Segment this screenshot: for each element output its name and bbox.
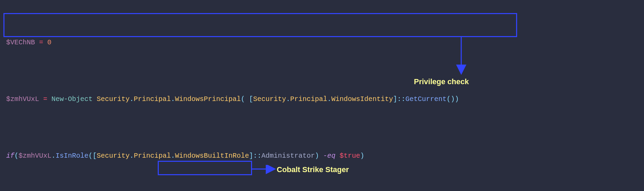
assign-op: = — [39, 95, 51, 103]
annotation-cobalt-strike: Cobalt Strike Stager — [277, 164, 349, 176]
annotation-privilege-check: Privilege check — [414, 76, 469, 88]
keyword-if: if — [6, 152, 14, 160]
code-line: $VEChNB = 0 — [6, 37, 644, 48]
number-literal: 0 — [47, 38, 51, 46]
cmdlet: New-Object — [51, 95, 93, 103]
operator-eq: -eq — [323, 152, 335, 160]
code-block: $VEChNB = 0 $zmhVUxL = New-Object Securi… — [6, 3, 644, 191]
code-screenshot: $VEChNB = 0 $zmhVUxL = New-Object Securi… — [0, 0, 644, 191]
variable: $zmhVUxL — [6, 95, 39, 103]
member-call: GetCurrent — [405, 95, 446, 103]
assign-op: = — [35, 38, 47, 46]
type-name: Security — [97, 95, 130, 103]
code-line: if($zmhVUxL.IsInRole([Security.Principal… — [6, 150, 644, 161]
boolean-true: $true — [339, 152, 360, 160]
variable: $VEChNB — [6, 38, 35, 46]
code-line: $zmhVUxL = New-Object Security.Principal… — [6, 93, 644, 105]
